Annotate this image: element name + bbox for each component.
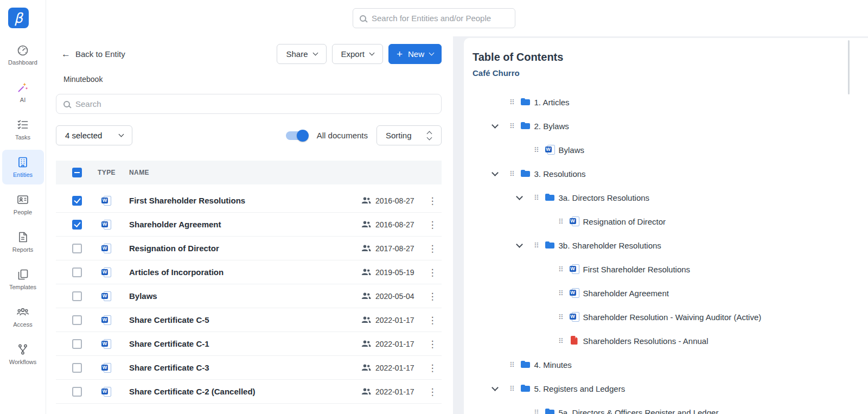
table-row[interactable]: Bylaws 2020-05-04 ⋮ xyxy=(56,284,442,308)
sidebar-item-templates[interactable]: Templates xyxy=(2,262,44,297)
back-to-entity-link[interactable]: Back to Entity xyxy=(61,49,125,59)
toc-item-label[interactable]: Resignation of Director xyxy=(583,217,666,226)
toc-item-label[interactable]: 5a. Directors & Officers Register and Le… xyxy=(559,408,719,414)
document-name[interactable]: Share Certificate C-5 xyxy=(129,315,361,324)
drag-handle-icon[interactable]: ⠿ xyxy=(534,194,539,201)
sidebar-item-dashboard[interactable]: Dashboard xyxy=(2,37,44,72)
app-logo[interactable] xyxy=(8,8,29,28)
drag-handle-icon[interactable]: ⠿ xyxy=(534,242,539,249)
drag-handle-icon[interactable]: ⠿ xyxy=(534,147,539,154)
global-search-input[interactable] xyxy=(372,14,508,23)
toc-item[interactable]: ⠿ 5a. Directors & Officers Register and … xyxy=(473,400,868,414)
chevron-down-icon[interactable] xyxy=(492,384,499,391)
drag-handle-icon[interactable]: ⠿ xyxy=(509,99,515,106)
drag-handle-icon[interactable]: ⠿ xyxy=(558,337,564,345)
toc-item[interactable]: ⠿ 3b. Shareholder Resolutions xyxy=(473,233,868,257)
toc-item[interactable]: ⠿ Shareholder Resolution - Waiving Audit… xyxy=(473,305,868,329)
toc-item-label[interactable]: Bylaws xyxy=(559,145,585,155)
document-name[interactable]: Articles of Incorporation xyxy=(129,267,361,277)
toc-item-label[interactable]: First Shareholder Resolutions xyxy=(583,265,691,274)
kebab-menu-icon[interactable]: ⋮ xyxy=(423,195,442,206)
table-row[interactable]: Share Certificate C-3 2022-01-17 ⋮ xyxy=(56,356,442,380)
toc-item-label[interactable]: 4. Minutes xyxy=(534,360,572,370)
document-search[interactable] xyxy=(56,94,442,114)
document-name[interactable]: Bylaws xyxy=(129,291,361,301)
drag-handle-icon[interactable]: ⠿ xyxy=(509,385,515,392)
toc-item[interactable]: ⠿ 1. Articles xyxy=(473,90,868,114)
kebab-menu-icon[interactable]: ⋮ xyxy=(423,315,442,326)
drag-handle-icon[interactable]: ⠿ xyxy=(558,314,564,321)
document-name[interactable]: Shareholder Agreement xyxy=(129,220,361,229)
toc-item-label[interactable]: Shareholder Resolution - Waiving Auditor… xyxy=(583,313,762,322)
table-row[interactable]: Share Certificate C-2 (Cancelled) 2022-0… xyxy=(56,380,442,404)
toc-item-label[interactable]: 3. Resolutions xyxy=(534,169,586,179)
row-checkbox[interactable] xyxy=(72,339,82,349)
document-search-input[interactable] xyxy=(75,99,434,109)
toc-item-label[interactable]: 1. Articles xyxy=(534,98,570,107)
toc-item-label[interactable]: 3a. Directors Resolutions xyxy=(559,193,650,202)
kebab-menu-icon[interactable]: ⋮ xyxy=(423,267,442,278)
document-name[interactable]: Share Certificate C-3 xyxy=(129,363,361,372)
document-name[interactable]: Share Certificate C-1 xyxy=(129,339,361,348)
drag-handle-icon[interactable]: ⠿ xyxy=(534,409,539,414)
row-checkbox[interactable] xyxy=(72,315,82,325)
toc-item[interactable]: ⠿ 3. Resolutions xyxy=(473,162,868,186)
toc-item[interactable]: ⠿ 5. Registers and Ledgers xyxy=(473,377,868,400)
row-checkbox[interactable] xyxy=(72,244,82,253)
chevron-down-icon[interactable] xyxy=(492,122,499,129)
toc-item[interactable]: ⠿ Shareholder Agreement xyxy=(473,281,868,305)
table-row[interactable]: Shareholder Agreement 2016-08-27 ⋮ xyxy=(56,213,442,237)
document-name[interactable]: Resignation of Director xyxy=(129,244,361,253)
toc-item-label[interactable]: Shareholder Agreement xyxy=(583,289,669,298)
toc-item-label[interactable]: 3b. Shareholder Resolutions xyxy=(559,241,661,250)
toc-item[interactable]: ⠿ 2. Bylaws xyxy=(473,114,868,138)
drag-handle-icon[interactable]: ⠿ xyxy=(509,170,515,177)
sidebar-item-reports[interactable]: Reports xyxy=(2,225,44,259)
document-name[interactable]: First Shareholder Resolutions xyxy=(129,196,361,205)
drag-handle-icon[interactable]: ⠿ xyxy=(558,290,564,297)
kebab-menu-icon[interactable]: ⋮ xyxy=(423,386,442,397)
toc-item-label[interactable]: 2. Bylaws xyxy=(534,122,569,131)
share-button[interactable]: Share xyxy=(277,44,326,64)
toc-item[interactable]: ⠿ Resignation of Director xyxy=(473,209,868,233)
export-button[interactable]: Export xyxy=(332,44,383,64)
sidebar-item-ai[interactable]: AI xyxy=(2,75,44,110)
sidebar-item-access[interactable]: Access xyxy=(2,300,44,334)
toc-item[interactable]: ⠿ Bylaws xyxy=(473,138,868,162)
table-row[interactable]: Articles of Incorporation 2019-05-19 ⋮ xyxy=(56,260,442,284)
row-checkbox[interactable] xyxy=(72,363,82,373)
toc-item[interactable]: ⠿ Shareholders Resolutions - Annual xyxy=(473,329,868,353)
kebab-menu-icon[interactable]: ⋮ xyxy=(423,291,442,302)
row-checkbox[interactable] xyxy=(72,291,82,301)
drag-handle-icon[interactable]: ⠿ xyxy=(509,123,515,130)
chevron-down-icon[interactable] xyxy=(492,169,499,176)
document-name[interactable]: Share Certificate C-2 (Cancelled) xyxy=(129,387,361,396)
sorting-button[interactable]: Sorting xyxy=(376,125,442,145)
toc-item[interactable]: ⠿ First Shareholder Resolutions xyxy=(473,257,868,281)
drag-handle-icon[interactable]: ⠿ xyxy=(558,218,564,225)
toc-item[interactable]: ⠿ 4. Minutes xyxy=(473,353,868,377)
new-button[interactable]: New xyxy=(388,44,442,64)
selected-dropdown[interactable]: 4 selected xyxy=(56,125,132,145)
sidebar-item-tasks[interactable]: Tasks xyxy=(2,112,44,147)
global-search[interactable] xyxy=(353,8,515,28)
scrollbar-thumb[interactable] xyxy=(848,40,850,94)
sidebar-item-workflows[interactable]: Workflows xyxy=(2,337,44,372)
kebab-menu-icon[interactable]: ⋮ xyxy=(423,243,442,254)
table-row[interactable]: Share Certificate C-5 2022-01-17 ⋮ xyxy=(56,308,442,332)
kebab-menu-icon[interactable]: ⋮ xyxy=(423,339,442,349)
row-checkbox[interactable] xyxy=(72,387,82,397)
kebab-menu-icon[interactable]: ⋮ xyxy=(423,362,442,373)
kebab-menu-icon[interactable]: ⋮ xyxy=(423,219,442,230)
drag-handle-icon[interactable]: ⠿ xyxy=(509,361,515,368)
drag-handle-icon[interactable]: ⠿ xyxy=(558,266,564,273)
sidebar-item-people[interactable]: People xyxy=(2,187,44,222)
row-checkbox[interactable] xyxy=(72,220,82,230)
toc-item[interactable]: ⠿ 3a. Directors Resolutions xyxy=(473,186,868,209)
select-all-checkbox[interactable] xyxy=(72,168,82,177)
row-checkbox[interactable] xyxy=(72,267,82,277)
chevron-down-icon[interactable] xyxy=(516,241,523,248)
table-row[interactable]: First Shareholder Resolutions 2016-08-27… xyxy=(56,189,442,213)
toc-item-label[interactable]: Shareholders Resolutions - Annual xyxy=(583,336,709,346)
sidebar-item-entities[interactable]: Entities xyxy=(2,150,44,184)
